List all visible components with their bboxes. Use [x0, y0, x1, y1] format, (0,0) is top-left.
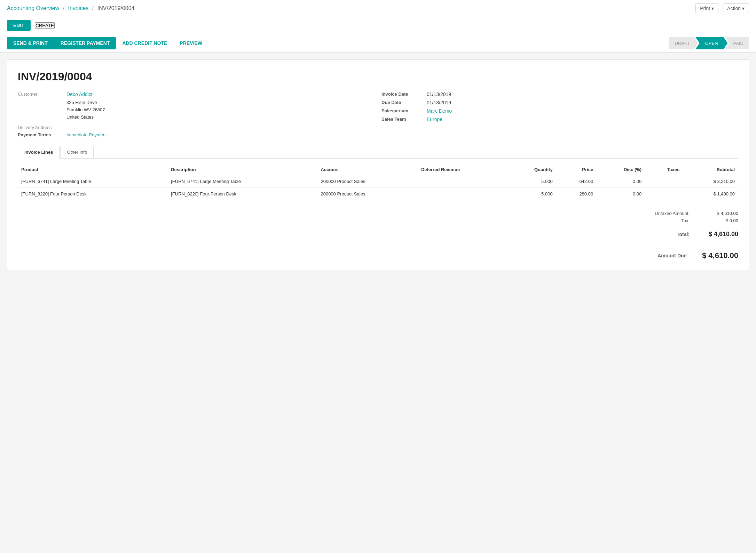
tax-label: Tax: [634, 218, 690, 223]
invoice-meta: Customer Deco Addict 325 Elsie Drive Fra… [18, 91, 738, 137]
main-content: INV/2019/0004 Customer Deco Addict 325 E… [0, 53, 756, 278]
payment-terms-value[interactable]: Immediate Payment [66, 132, 107, 137]
cell-subtotal: $ 3,210.00 [683, 175, 738, 188]
col-description: Description [167, 164, 317, 175]
totals-section: Untaxed Amount: $ 4,610.00 Tax: $ 0.00 T… [18, 211, 738, 260]
status-draft: DRAFT [669, 37, 698, 49]
status-open: OPEN [695, 37, 728, 49]
chevron-down-icon: ▾ [711, 6, 714, 11]
cell-price: 642.00 [556, 175, 597, 188]
customer-label: Customer [18, 91, 66, 97]
invoice-date-row: Invoice Date 01/13/2019 [381, 91, 738, 97]
invoice-table: Product Description Account Deferred Rev… [18, 164, 738, 200]
untaxed-row: Untaxed Amount: $ 4,610.00 [634, 211, 738, 216]
salesperson-label: Salesperson [381, 108, 427, 114]
cell-quantity: 5.000 [507, 188, 556, 200]
cell-taxes [645, 175, 683, 188]
due-date-row: Due Date 01/13/2019 [381, 100, 738, 105]
address-line3: United States [66, 114, 375, 121]
cell-disc: 0.00 [597, 188, 645, 200]
table-row[interactable]: [FURN_8220] Four Person Desk [FURN_8220]… [18, 188, 738, 200]
payment-terms-label: Payment Terms [18, 132, 66, 137]
cell-disc: 0.00 [597, 175, 645, 188]
meta-right: Invoice Date 01/13/2019 Due Date 01/13/2… [381, 91, 738, 137]
chevron-down-icon: ▾ [742, 6, 745, 11]
col-deferred-revenue: Deferred Revenue [418, 164, 507, 175]
create-button[interactable]: CREATE [35, 22, 55, 29]
add-credit-note-button[interactable]: ADD CREDIT NOTE [116, 37, 173, 49]
col-taxes: Taxes [645, 164, 683, 175]
cell-taxes [645, 188, 683, 200]
send-print-button[interactable]: SEND & PRINT [7, 37, 54, 49]
breadcrumb-current: INV/2019/0004 [97, 5, 135, 11]
meta-left: Customer Deco Addict 325 Elsie Drive Fra… [18, 91, 375, 137]
delivery-address-row: Delivery Address [18, 125, 375, 130]
amount-due-row: Amount Due: $ 4,610.00 [632, 251, 738, 260]
tab-invoice-lines[interactable]: Invoice Lines [18, 146, 60, 159]
delivery-label: Delivery Address [18, 125, 66, 130]
col-disc: Disc (%) [597, 164, 645, 175]
amount-due-label: Amount Due: [632, 253, 688, 258]
invoice-card: INV/2019/0004 Customer Deco Addict 325 E… [7, 59, 749, 271]
breadcrumb-accounting[interactable]: Accounting Overview [7, 5, 59, 11]
invoice-date-label: Invoice Date [381, 91, 427, 97]
invoice-date-value: 01/13/2019 [427, 91, 451, 97]
cell-account: 200000 Product Sales [317, 175, 417, 188]
total-value: $ 4,610.00 [703, 231, 738, 238]
tabs: Invoice Lines Other Info [18, 146, 738, 159]
top-bar: Accounting Overview / Invoices / INV/201… [0, 0, 756, 17]
cell-product: [FURN_6741] Large Meeting Table [18, 175, 167, 188]
tax-value: $ 0.00 [703, 218, 738, 223]
due-date-label: Due Date [381, 100, 427, 105]
col-product: Product [18, 164, 167, 175]
table-row[interactable]: [FURN_6741] Large Meeting Table [FURN_67… [18, 175, 738, 188]
cell-deferred-revenue [418, 188, 507, 200]
breadcrumb-invoices[interactable]: Invoices [68, 5, 89, 11]
action-button[interactable]: Action ▾ [723, 3, 749, 13]
status-bar: DRAFT OPEN PAID [669, 37, 749, 49]
cell-deferred-revenue [418, 175, 507, 188]
untaxed-label: Untaxed Amount: [634, 211, 690, 216]
col-subtotal: Subtotal [683, 164, 738, 175]
customer-address: 325 Elsie Drive Franklin WV 26807 United… [66, 99, 375, 121]
salesperson-value[interactable]: Marc Demo [427, 108, 452, 114]
untaxed-value: $ 4,610.00 [703, 211, 738, 216]
cell-account: 200000 Product Sales [317, 188, 417, 200]
col-quantity: Quantity [507, 164, 556, 175]
action-bar: SEND & PRINT REGISTER PAYMENT ADD CREDIT… [0, 34, 756, 53]
customer-row: Customer Deco Addict [18, 91, 375, 97]
col-price: Price [556, 164, 597, 175]
salesperson-row: Salesperson Marc Demo [381, 108, 738, 114]
top-actions: Print ▾ Action ▾ [695, 3, 749, 13]
col-account: Account [317, 164, 417, 175]
total-divider [18, 227, 738, 227]
cell-subtotal: $ 1,400.00 [683, 188, 738, 200]
address-line2: Franklin WV 26807 [66, 106, 375, 114]
sales-team-value[interactable]: Europe [427, 117, 442, 122]
cell-quantity: 5.000 [507, 175, 556, 188]
sales-team-row: Sales Team Europe [381, 117, 738, 122]
breadcrumb: Accounting Overview / Invoices / INV/201… [7, 5, 134, 11]
amount-due-value: $ 4,610.00 [702, 251, 738, 260]
total-label: Total: [634, 232, 690, 237]
edit-button[interactable]: EDIT [7, 20, 31, 31]
cell-description: [FURN_6741] Large Meeting Table [167, 175, 317, 188]
cell-description: [FURN_8220] Four Person Desk [167, 188, 317, 200]
address-line1: 325 Elsie Drive [66, 99, 375, 106]
tax-row: Tax: $ 0.00 [634, 218, 738, 223]
total-row: Total: $ 4,610.00 [634, 231, 738, 238]
invoice-number: INV/2019/0004 [18, 70, 738, 83]
edit-create-bar: EDIT CREATE [0, 17, 756, 34]
register-payment-button[interactable]: REGISTER PAYMENT [54, 37, 116, 49]
preview-button[interactable]: PREVIEW [174, 37, 209, 49]
status-paid: PAID [725, 37, 749, 49]
payment-terms-row: Payment Terms Immediate Payment [18, 132, 375, 137]
cell-price: 280.00 [556, 188, 597, 200]
due-date-value: 01/13/2019 [427, 100, 451, 105]
tab-other-info[interactable]: Other Info [60, 146, 94, 158]
customer-name[interactable]: Deco Addict [66, 91, 93, 97]
print-button[interactable]: Print ▾ [695, 3, 718, 13]
cell-product: [FURN_8220] Four Person Desk [18, 188, 167, 200]
sales-team-label: Sales Team [381, 117, 427, 122]
